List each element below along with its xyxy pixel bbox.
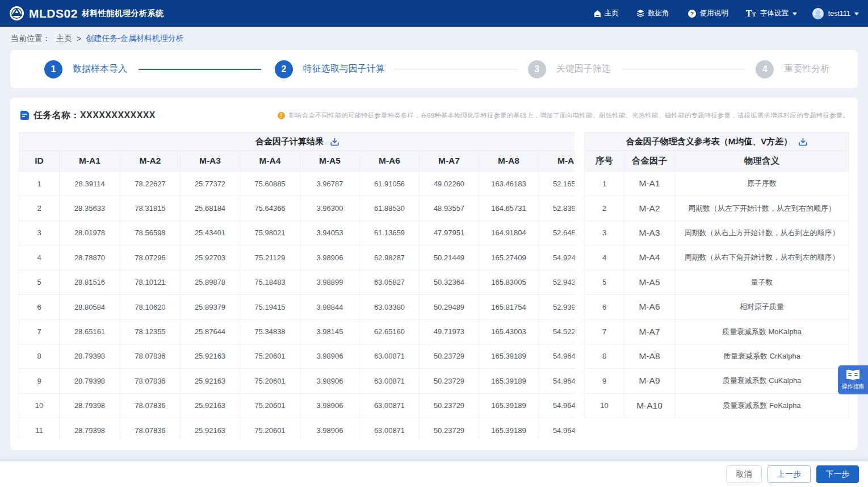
svg-text:?: ? xyxy=(690,10,694,16)
